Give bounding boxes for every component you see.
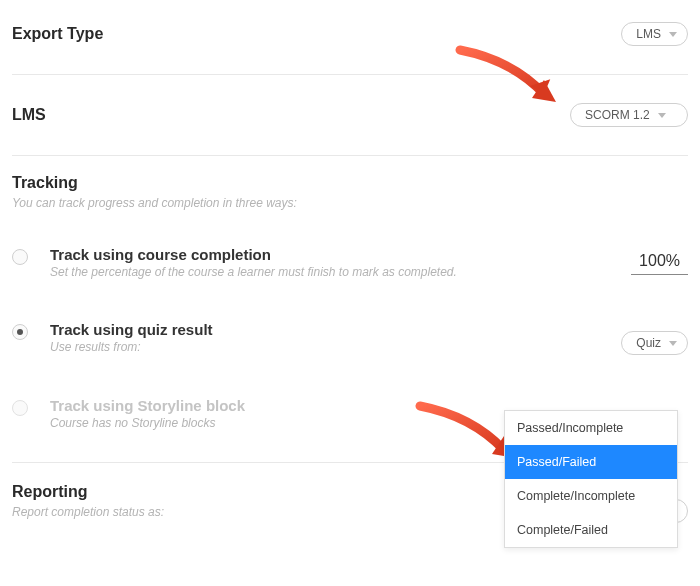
reporting-option-complete-failed[interactable]: Complete/Failed [505, 513, 677, 547]
lms-dropdown[interactable]: SCORM 1.2 [570, 103, 688, 127]
reporting-option-passed-incomplete[interactable]: Passed/Incomplete [505, 411, 677, 445]
reporting-option-passed-failed[interactable]: Passed/Failed [505, 445, 677, 479]
tracking-option-sub: Set the percentage of the course a learn… [50, 265, 631, 279]
lms-label: LMS [12, 106, 46, 124]
reporting-option-complete-incomplete[interactable]: Complete/Incomplete [505, 479, 677, 513]
reporting-dropdown-menu[interactable]: Passed/Incomplete Passed/Failed Complete… [504, 410, 678, 548]
tracking-option-quiz[interactable]: Track using quiz result Use results from… [12, 307, 688, 369]
tracking-option-sub: Use results from: [50, 340, 621, 354]
quiz-dropdown[interactable]: Quiz [621, 331, 688, 355]
reporting-subtitle: Report completion status as: [12, 505, 164, 519]
export-type-dropdown[interactable]: LMS [621, 22, 688, 46]
lms-value: SCORM 1.2 [585, 108, 650, 122]
radio-disabled-icon [12, 400, 28, 416]
quiz-value: Quiz [636, 336, 661, 350]
chevron-down-icon [658, 113, 666, 118]
divider [12, 155, 688, 156]
export-type-value: LMS [636, 27, 661, 41]
tracking-option-title: Track using quiz result [50, 321, 621, 338]
tracking-option-title: Track using course completion [50, 246, 631, 263]
tracking-label: Tracking [12, 174, 688, 192]
chevron-down-icon [669, 341, 677, 346]
tracking-subtitle: You can track progress and completion in… [12, 196, 688, 210]
chevron-down-icon [669, 32, 677, 37]
completion-percent-input[interactable]: 100% [631, 250, 688, 275]
radio-checked-icon[interactable] [12, 324, 28, 340]
divider [12, 74, 688, 75]
export-type-label: Export Type [12, 25, 103, 43]
reporting-label: Reporting [12, 483, 164, 501]
tracking-option-completion[interactable]: Track using course completion Set the pe… [12, 232, 688, 293]
radio-unchecked-icon[interactable] [12, 249, 28, 265]
